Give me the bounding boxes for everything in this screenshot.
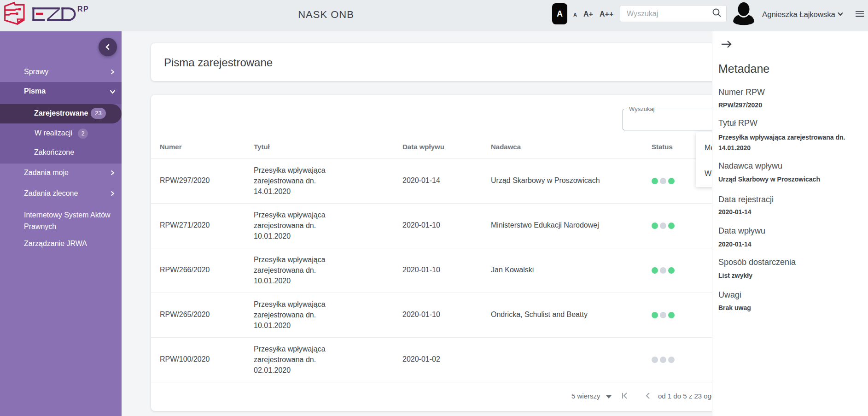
svg-text:RP: RP xyxy=(77,5,89,13)
